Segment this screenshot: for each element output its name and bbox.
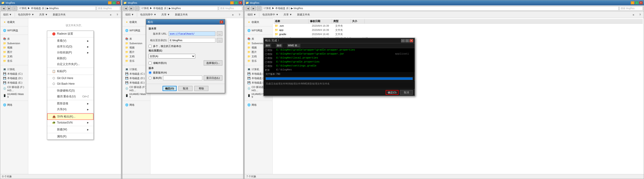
comp-mime-0 (395, 48, 414, 52)
completion-min-btn[interactable]: ─ (401, 39, 405, 42)
ctx-new[interactable]: 新建(W) ▶ (47, 127, 94, 132)
sidebar-subversion-1[interactable]: 📁 Subversion (2, 41, 26, 45)
search-box-1[interactable]: 搜索 blogRes (97, 6, 120, 11)
ctx-share[interactable]: 共享(H) ▶ (47, 106, 94, 112)
col-type[interactable]: 类型 (332, 19, 350, 23)
ctx-properties[interactable]: 属性(R) (47, 134, 94, 139)
progress-bar (266, 77, 413, 80)
share-btn-3[interactable]: 共享 ▼ (282, 12, 294, 17)
sidebar-docs-1[interactable]: 📁 文档 (2, 54, 26, 59)
checkout-help-btn[interactable]: 帮助 (194, 86, 208, 91)
up-btn-3[interactable]: ↑ (257, 6, 262, 11)
address-path-1[interactable]: 计算机 ▶ 本地磁盘 (E:) ▶ blogRes (18, 6, 96, 11)
col-date[interactable]: 修改日期 (308, 19, 332, 23)
up-btn-1[interactable]: ↑ (12, 6, 17, 11)
back-btn-3[interactable]: ◀ (246, 6, 250, 11)
comp-path-3: E:\blogRes\gradle.properties (276, 60, 395, 64)
share-btn-1[interactable]: 共享 ▼ (37, 12, 50, 17)
gradle-dir-type: 文件夹 (335, 33, 354, 36)
omit-external-checkbox[interactable] (148, 62, 152, 65)
minimize-btn-1[interactable]: ─ (108, 1, 112, 5)
ctx-group[interactable]: 分组依据(P) ▶ (47, 50, 94, 56)
help-btn-3[interactable]: ? (637, 12, 643, 17)
file-item-app[interactable]: 📁 app 2020/8/4 16:39 文件夹 (274, 28, 643, 32)
file-item-svn[interactable]: 📁 .svn 2020/8/4 16:39 文件夹 (274, 24, 643, 28)
ctx-svn-checkout[interactable]: 📥 SVN 检出(K)... (47, 113, 94, 120)
sidebar-music-1[interactable]: 📁 音乐 (2, 59, 26, 63)
sidebar-network-3[interactable]: 🌐 网络 (246, 103, 270, 107)
view-toggle-btn-3[interactable]: ≡ (630, 12, 636, 17)
back-btn-1[interactable]: ◀ (1, 6, 6, 11)
latest-revision-radio[interactable] (148, 71, 152, 74)
checkout-dir-browse-btn[interactable]: … (217, 38, 222, 43)
completion-close-btn[interactable]: ✕ (410, 39, 413, 42)
sidebar-lib-1[interactable]: 📚 库 (2, 37, 26, 41)
checkout-close-btn[interactable]: ✕ (220, 20, 223, 24)
latest-revision-row: 最新版本(H) (148, 71, 222, 74)
close-btn-3[interactable]: ✕ (639, 1, 643, 5)
ctx-customize[interactable]: 自定义文件夹(F)... (47, 61, 94, 67)
sidebar-drive-e-1[interactable]: 💾 本地磁盘 (E:) (2, 81, 26, 85)
col-name[interactable]: 名称 (274, 19, 308, 23)
sidebar-wps-1[interactable]: 🌐 WPS网盘 (2, 28, 26, 33)
sidebar-video-1[interactable]: 📁 视频 (2, 45, 26, 50)
address-path-3[interactable]: 计算机 ▶ 本地磁盘 (E:) ▶ blogRes (262, 6, 618, 11)
ctx-shortcut-format[interactable]: 快捷键格式(S) (47, 88, 94, 94)
select-items-btn[interactable]: 选择项(C)... (204, 60, 222, 66)
checkout-cancel-btn[interactable]: 取消 (178, 86, 192, 91)
organize-btn-3[interactable]: 组织 ▼ (246, 12, 258, 17)
paste-icon: 📋 (52, 70, 56, 73)
sidebar-pictures-1[interactable]: 📁 图片 (2, 50, 26, 54)
ctx-sort[interactable]: 排序方式(O) ▶ (47, 44, 94, 50)
search-box-3[interactable]: 搜索 blogRes (620, 6, 643, 11)
checkout-ok-btn[interactable]: 确定(O) (162, 86, 176, 91)
sidebar-favorites-3[interactable]: ★ 收藏夹 (246, 20, 270, 24)
minimize-btn-3[interactable]: ─ (631, 1, 634, 5)
revision-input[interactable] (163, 76, 202, 80)
sidebar-drive-d-1[interactable]: 💾 本地磁盘 (D:) (2, 76, 26, 81)
specific-revision-radio[interactable] (148, 77, 152, 80)
sidebar-favorites-1[interactable]: ★ 收藏夹 (2, 20, 26, 24)
empty-folder-1: 该文件夹为空。 (29, 19, 120, 32)
help-btn-1[interactable]: ? (114, 12, 120, 17)
show-log-btn[interactable]: 显示日志(L) (204, 75, 222, 81)
ctx-gitbash[interactable]: ⬡ Git Bash Here (47, 81, 94, 87)
independent-checkbox[interactable] (148, 45, 152, 48)
ctx-graphics[interactable]: 图形选项 ▶ (47, 101, 94, 106)
sidebar-huawei-1[interactable]: 📱 HUAWEI Mate 9 (2, 92, 26, 99)
ctx-view[interactable]: 查看(V) ▶ (47, 38, 94, 44)
sidebar-computer-1[interactable]: 💻 计算机 (2, 67, 26, 72)
completion-max-btn[interactable]: □ (405, 39, 409, 42)
ctx-undo[interactable]: 撤消 重命名(U) Ctrl+Z (47, 94, 94, 99)
ctx-tortoise-svn[interactable]: 🐢 TortoiseSVN ▶ (47, 120, 94, 125)
col-size[interactable]: 大小 (350, 19, 365, 23)
sidebar-cdrom-1[interactable]: 💿 CD 驱动器 (F:) HiS… (2, 85, 26, 92)
checkout-dir-input[interactable] (169, 38, 215, 43)
include-library-btn-1[interactable]: 包含到库中 ▼ (16, 12, 36, 17)
tortoisesvn-icon: 🐢 (52, 121, 56, 124)
sidebar-wps-3[interactable]: 🌐 WPS网盘 (246, 28, 270, 33)
completion-cancel-btn[interactable]: 取消 (400, 90, 413, 95)
comp-path-5: E:\blogRes (276, 68, 395, 72)
new-folder-btn-1[interactable]: 新建文件夹 (51, 12, 68, 17)
maximize-btn-1[interactable]: □ (112, 1, 116, 5)
sidebar-network-1[interactable]: 🌐 网络 (2, 103, 26, 107)
sidebar-drive-c-1[interactable]: 💾 本地磁盘 (C:) (2, 72, 26, 76)
new-folder-btn-3[interactable]: 新建文件夹 (295, 12, 312, 17)
maximize-btn-3[interactable]: □ (635, 1, 639, 5)
ctx-paste[interactable]: 📋 粘贴(P) (47, 68, 94, 74)
file-item-gradle-dir[interactable]: 📁 gradle 2020/8/4 16:40 文件夹 (274, 32, 643, 36)
url-browse-btn[interactable]: … (217, 31, 222, 36)
forward-btn-3[interactable]: ▶ (251, 6, 256, 11)
close-btn-1[interactable]: ✕ (116, 1, 120, 5)
depth-select[interactable]: 全部(A) (148, 54, 195, 59)
url-input[interactable] (169, 31, 215, 36)
ctx-radeon[interactable]: 🔴 Radeon 设置 (47, 31, 94, 37)
completion-ok-btn[interactable]: 确定(O) (386, 90, 398, 95)
ctx-gitgui[interactable]: ⬡ Git GUI Here (47, 75, 94, 81)
view-toggle-btn-1[interactable]: ≡ (108, 12, 113, 17)
include-library-btn-3[interactable]: 包含到库中 ▼ (260, 12, 280, 17)
forward-btn-1[interactable]: ▶ (7, 6, 12, 11)
organize-btn-1[interactable]: 组织 ▼ (1, 12, 14, 17)
ctx-refresh[interactable]: 刷新(E) (47, 56, 94, 61)
